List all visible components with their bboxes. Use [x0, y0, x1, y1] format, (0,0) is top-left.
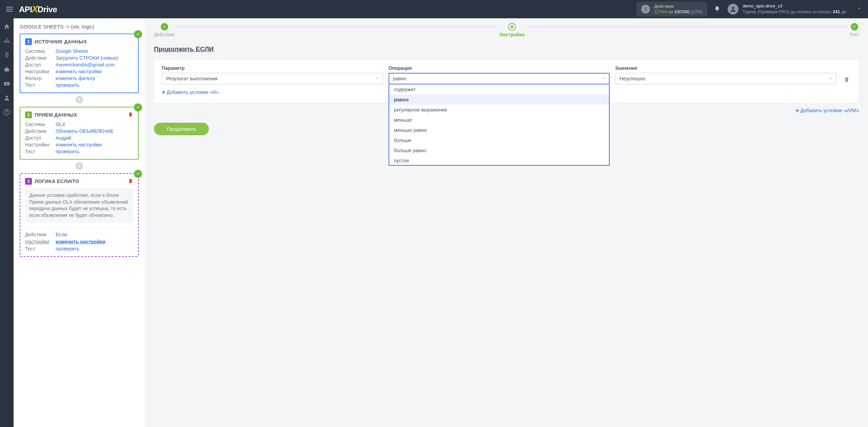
source-system-link[interactable]: Google Sheets: [56, 48, 133, 54]
value-label: Значение: [615, 65, 836, 71]
operation-option[interactable]: больше равно: [389, 145, 609, 156]
dest-system-link[interactable]: OLX: [56, 122, 133, 127]
dest-action-link[interactable]: Обновить ОБЪЯВЛЕНИЕ: [56, 128, 133, 134]
add-step-button[interactable]: +: [76, 162, 83, 170]
svg-rect-8: [8, 41, 9, 42]
step-title: ЛОГИКА ЕСЛИ/ТО: [35, 179, 79, 184]
tariff-line: Тариф |Премиум PRO| до оплаты осталось 2…: [743, 9, 846, 15]
source-action-link[interactable]: Загрузить СТРОКИ (новые): [56, 55, 133, 61]
operation-option[interactable]: регулярное выражение: [389, 105, 609, 115]
chevron-down-icon: [375, 76, 379, 81]
page-title: Продолжить ЕСЛИ: [154, 45, 859, 53]
logic-action-link[interactable]: Если: [56, 232, 133, 237]
menu-hamburger[interactable]: [6, 7, 13, 12]
avatar-icon[interactable]: [728, 4, 738, 15]
condition-box: Параметр Результат выполнения Операция р…: [154, 59, 859, 103]
info-icon: i: [641, 5, 650, 14]
dest-settings-link[interactable]: изменить настройки: [56, 142, 133, 147]
username: demo_apix-drive_s3: [743, 3, 846, 9]
briefcase-icon[interactable]: [3, 66, 11, 73]
step-source-card[interactable]: 1 ИСТОЧНИК ДАННЫХ СистемаGoogle Sheets Д…: [20, 34, 139, 93]
operation-option[interactable]: меньше: [389, 115, 609, 125]
source-test-link[interactable]: проверить: [56, 82, 133, 88]
notifications-bell-icon[interactable]: [714, 6, 720, 13]
step-title: ПРИЕМ ДАННЫХ: [35, 112, 77, 118]
account-icon[interactable]: [3, 94, 11, 102]
step-number-badge: 3: [25, 178, 32, 185]
check-icon: [134, 170, 142, 178]
wizard-step-action[interactable]: Действие: [154, 23, 175, 37]
operation-option[interactable]: равно: [389, 95, 609, 105]
svg-rect-3: [6, 42, 7, 43]
actions-counter[interactable]: i Действия: 22'044 из 100'000 (22%): [636, 2, 707, 16]
logic-description: Данное условие сработает, если в блоке П…: [25, 188, 133, 223]
chevron-down-icon: [829, 76, 833, 81]
delete-step-icon[interactable]: [128, 178, 133, 185]
operation-label: Операция: [389, 65, 610, 71]
svg-rect-7: [4, 41, 5, 42]
check-icon: [134, 30, 142, 38]
source-settings-link[interactable]: изменить настройки: [56, 69, 133, 74]
topbar: APIXDrive i Действия: 22'044 из 100'000 …: [0, 0, 868, 18]
param-label: Параметр: [162, 65, 383, 71]
dest-access-link[interactable]: Андрій: [56, 135, 133, 141]
user-block[interactable]: demo_apix-drive_s3 Тариф |Премиум PRO| д…: [743, 3, 846, 15]
operation-select[interactable]: равно: [389, 73, 610, 84]
add-and-condition[interactable]: +Добавить условие «И»: [162, 89, 219, 95]
main-content: Действие Настройки Тест Продолжить ЕСЛИ …: [145, 18, 868, 427]
breadcrumb: GOOGLE SHEETS -> (olx, logic): [20, 24, 139, 29]
operation-dropdown: содержитравнорегулярное выражениеменьшем…: [389, 84, 610, 166]
wizard-steps: Действие Настройки Тест: [154, 23, 859, 37]
home-icon[interactable]: [3, 23, 11, 30]
svg-point-10: [6, 96, 8, 98]
chevron-up-icon: [601, 76, 606, 81]
logic-test-link[interactable]: проверить: [56, 246, 133, 251]
operation-option[interactable]: больше: [389, 135, 609, 145]
step-logic-card[interactable]: 3 ЛОГИКА ЕСЛИ/ТО Данное условие сработае…: [20, 173, 139, 257]
wizard-step-test[interactable]: Тест: [849, 23, 859, 37]
check-icon: [134, 103, 142, 111]
step-number-badge: 1: [25, 38, 32, 45]
operation-option[interactable]: содержит: [389, 84, 609, 95]
value-select[interactable]: Неуспешно: [615, 73, 836, 84]
dest-test-link[interactable]: проверить: [56, 149, 133, 154]
logo[interactable]: APIXDrive: [19, 4, 57, 15]
step-destination-card[interactable]: 2 ПРИЕМ ДАННЫХ СистемаOLX ДействиеОбнови…: [20, 107, 139, 160]
operation-option[interactable]: пустое: [389, 156, 609, 166]
continue-button[interactable]: Продолжить: [154, 123, 209, 135]
video-icon[interactable]: [3, 80, 11, 87]
add-or-condition[interactable]: +Добавить условие «ИЛИ»: [795, 107, 859, 114]
actions-label: Действия:: [654, 4, 703, 9]
logic-settings-link[interactable]: изменить настройки: [56, 239, 133, 244]
step-title: ИСТОЧНИК ДАННЫХ: [35, 39, 87, 44]
side-panel: GOOGLE SHEETS -> (olx, logic) 1 ИСТОЧНИК…: [14, 18, 145, 427]
source-access-link[interactable]: maverickandrii@gmail.com: [56, 62, 133, 67]
integrations-icon[interactable]: [3, 37, 11, 45]
add-step-button[interactable]: +: [76, 96, 83, 103]
svg-point-0: [732, 7, 734, 9]
operation-option[interactable]: меньше равно: [389, 125, 609, 135]
help-icon[interactable]: [3, 108, 11, 116]
source-filter-link[interactable]: изменить фильтр: [56, 76, 133, 81]
step-number-badge: 2: [25, 111, 32, 118]
delete-step-icon[interactable]: [128, 111, 133, 118]
svg-rect-5: [6, 39, 7, 41]
actions-value: 22'044 из 100'000 (22%): [654, 9, 703, 15]
icon-rail: [0, 18, 14, 427]
billing-icon[interactable]: [3, 52, 11, 59]
user-menu-chevron-icon[interactable]: [856, 6, 862, 13]
wizard-step-settings[interactable]: Настройки: [499, 23, 525, 37]
svg-rect-6: [4, 41, 9, 41]
param-select[interactable]: Результат выполнения: [162, 73, 383, 84]
delete-condition-icon[interactable]: [842, 76, 851, 84]
svg-rect-1: [6, 38, 7, 39]
